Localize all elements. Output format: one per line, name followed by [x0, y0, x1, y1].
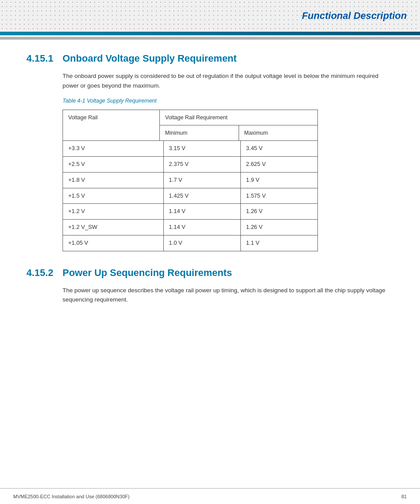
voltage-data-table: +3.3 V3.15 V3.45 V+2.5 V2.375 V2.625 V+1… — [63, 140, 318, 251]
table-cell-min: 3.15 V — [163, 141, 240, 157]
section-4152-title: Power Up Sequencing Requirements — [63, 267, 232, 279]
table-row: +1.2 V1.14 V1.26 V — [63, 204, 318, 220]
table-cell-min: 2.375 V — [163, 156, 240, 172]
table-cell-max: 1.575 V — [240, 188, 317, 204]
table-cell-rail: +2.5 V — [63, 156, 164, 172]
table-row: +1.05 V1.0 V1.1 V — [63, 235, 318, 251]
table-cell-max: 1.1 V — [240, 235, 317, 251]
section-4151-title: Onboard Voltage Supply Requirement — [63, 53, 237, 64]
section-4151-body: The onboard power supply is considered t… — [63, 71, 394, 251]
page-footer: MVME2500-ECC Installation and Use (68068… — [0, 488, 420, 504]
table-col-max-header: Maximum — [239, 125, 318, 141]
table-cell-rail: +1.5 V — [63, 188, 164, 204]
table-row: +1.5 V1.425 V1.575 V — [63, 188, 318, 204]
voltage-supply-table: Voltage Rail Voltage Rail Requirement Mi… — [63, 110, 318, 141]
section-4151-heading: 4.15.1 Onboard Voltage Supply Requiremen… — [26, 53, 394, 64]
table-row: +1.8 V1.7 V1.9 V — [63, 172, 318, 188]
table-row: +2.5 V2.375 V2.625 V — [63, 156, 318, 172]
table-row: +1.2 V_SW1.14 V1.26 V — [63, 220, 318, 235]
section-4152-paragraph: The power up sequence describes the volt… — [63, 286, 394, 305]
table-col-min-header: Minimum — [160, 125, 239, 141]
table-cell-min: 1.7 V — [163, 172, 240, 188]
table-cell-rail: +1.2 V — [63, 204, 164, 220]
table-cell-max: 1.26 V — [240, 220, 317, 235]
gray-bar — [0, 37, 420, 40]
footer-left: MVME2500-ECC Installation and Use (68068… — [13, 494, 129, 499]
page-header-title: Functional Description — [302, 10, 407, 22]
table-cell-rail: +1.2 V_SW — [63, 220, 164, 235]
footer-right: 81 — [402, 494, 407, 499]
table-cell-max: 3.45 V — [240, 141, 317, 157]
section-4152-number: 4.15.2 — [26, 267, 57, 279]
table-cell-min: 1.425 V — [163, 188, 240, 204]
section-4152-body: The power up sequence describes the volt… — [63, 286, 394, 305]
section-4152-heading: 4.15.2 Power Up Sequencing Requirements — [26, 267, 394, 279]
table-header-top: Voltage Rail Voltage Rail Requirement — [63, 110, 318, 125]
table-cell-min: 1.0 V — [163, 235, 240, 251]
table-cell-max: 1.26 V — [240, 204, 317, 220]
section-4151-number: 4.15.1 — [26, 53, 57, 64]
table-cell-rail: +1.8 V — [63, 172, 164, 188]
table-cell-min: 1.14 V — [163, 204, 240, 220]
table-req-header: Voltage Rail Requirement — [160, 110, 318, 125]
section-4152: 4.15.2 Power Up Sequencing Requirements … — [26, 267, 394, 305]
section-4151: 4.15.1 Onboard Voltage Supply Requiremen… — [26, 53, 394, 251]
section-4151-paragraph: The onboard power supply is considered t… — [63, 71, 394, 90]
table-col-rail-header: Voltage Rail — [63, 110, 160, 141]
table-cell-max: 1.9 V — [240, 172, 317, 188]
table-caption: Table 4-1 Voltage Supply Requirement — [63, 96, 394, 105]
table-cell-rail: +3.3 V — [63, 141, 164, 157]
table-cell-rail: +1.05 V — [63, 235, 164, 251]
main-content: 4.15.1 Onboard Voltage Supply Requiremen… — [0, 40, 420, 342]
accent-bar — [0, 32, 420, 35]
table-row: +3.3 V3.15 V3.45 V — [63, 141, 318, 157]
header-title-bar: Functional Description — [302, 0, 420, 32]
table-cell-min: 1.14 V — [163, 220, 240, 235]
table-cell-max: 2.625 V — [240, 156, 317, 172]
page-header: Functional Description — [0, 0, 420, 40]
